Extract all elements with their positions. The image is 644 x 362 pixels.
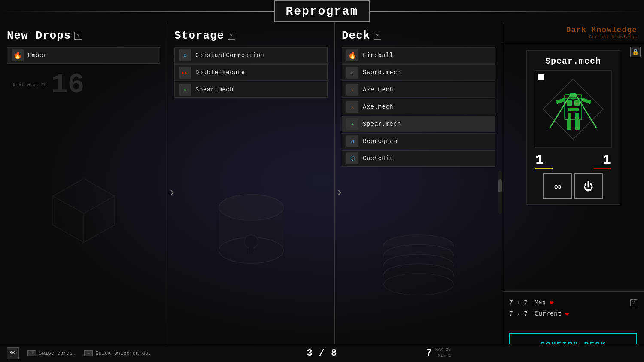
dark-knowledge-title: Dark Knowledge	[509, 26, 637, 34]
quick-swipe-label: Quick-swipe cards.	[95, 350, 151, 356]
swordmech-label: Sword.mech	[363, 69, 401, 76]
main-layout: New Drops ? 🔥 Ember Next Wave In 16	[0, 22, 644, 362]
power-button[interactable]: ⏻	[574, 173, 603, 199]
svg-rect-31	[581, 97, 591, 104]
storage-spearmech-label: Spear.mech	[195, 86, 234, 93]
card-item-ember[interactable]: 🔥 Ember	[7, 47, 160, 64]
new-drops-card-list: 🔥 Ember	[7, 47, 160, 64]
storage-to-deck-arrow[interactable]: ›	[336, 186, 343, 199]
eye-button[interactable]: 👁	[7, 347, 19, 359]
swipe-hint: ↔ Swipe cards.	[27, 350, 76, 356]
lock-button[interactable]: 🔒	[630, 47, 641, 57]
axemech1-icon: ⚔	[346, 84, 358, 96]
svg-point-8	[219, 195, 283, 220]
new-drops-panel: New Drops ? 🔥 Ember Next Wave In 16	[0, 22, 167, 362]
fireball-icon: 🔥	[346, 49, 358, 61]
current-arrow: ›	[516, 310, 520, 318]
storage-badge[interactable]: ?	[228, 32, 235, 40]
deck-card-list: 🔥 Fireball ⚔ Sword.mech ⚔ Axe.mech ⚔ Axe…	[342, 47, 495, 167]
storage-spearmech-icon: ✦	[179, 84, 191, 96]
deck-icon-area	[342, 167, 495, 355]
storage-panel: Storage ? ⚙ ConstantCorrection ▶▶ Double…	[167, 22, 335, 362]
card-item-reprogram[interactable]: ↺ Reprogram	[342, 133, 495, 149]
svg-point-36	[570, 93, 577, 100]
card-item-axemech-1[interactable]: ⚔ Axe.mech	[342, 82, 495, 98]
new-drops-title: New Drops ?	[7, 29, 160, 42]
center-counter: 3 / 8	[307, 344, 337, 362]
deck-layers-icon	[380, 222, 457, 300]
deck-spearmech-label: Spear.mech	[363, 121, 401, 128]
deck-spearmech-icon: ✦	[346, 118, 358, 130]
counter-value: 3 / 8	[307, 348, 337, 359]
swordmech-icon: ⚔	[346, 67, 358, 79]
card-item-swordmech[interactable]: ⚔ Sword.mech	[342, 64, 495, 81]
max-arrow: ›	[516, 299, 520, 307]
dark-knowledge-header: Dark Knowledge Current Knowledge	[502, 22, 644, 43]
svg-point-20	[384, 273, 453, 295]
doubleexecute-label: DoubleExecute	[195, 69, 245, 76]
detail-card-title: Spear.mech	[545, 56, 601, 66]
card-item-doubleexecute[interactable]: ▶▶ DoubleExecute	[174, 64, 328, 81]
loop-button[interactable]: ∞	[543, 173, 572, 199]
stat-left: 1	[535, 152, 553, 169]
deck-scrollbar[interactable]	[498, 171, 502, 214]
svg-rect-24	[574, 100, 580, 106]
detail-card-stats: 1 1	[532, 152, 614, 169]
spear-mech-artwork	[541, 77, 605, 141]
storage-icon-area	[174, 98, 328, 355]
stat-right-value: 1	[603, 152, 611, 168]
swipe-label: Swipe cards.	[39, 350, 76, 356]
box-icon	[45, 171, 122, 248]
stat-left-value: 1	[535, 152, 544, 168]
ember-label: Ember	[28, 52, 47, 59]
max-health-row: 7 › 7 Max ❤ ?	[509, 298, 637, 307]
card-item-axemech-2[interactable]: ⚔ Axe.mech	[342, 99, 495, 115]
max-left-val: 7	[509, 299, 513, 307]
page-title: Reprogram	[274, 0, 369, 22]
card-item-constantcorrection[interactable]: ⚙ ConstantCorrection	[174, 47, 328, 64]
storage-card-list: ⚙ ConstantCorrection ▶▶ DoubleExecute ✦ …	[174, 47, 328, 98]
card-item-storage-spearmech[interactable]: ✦ Spear.mech	[174, 82, 328, 98]
deck-title: Deck ?	[342, 29, 495, 42]
detail-card-image	[535, 70, 612, 148]
max-heart-icon: ❤	[550, 298, 554, 307]
new-drops-to-storage-arrow[interactable]: ›	[168, 186, 176, 199]
deck-min-label: MIN 1	[435, 353, 451, 359]
svg-rect-25	[568, 108, 579, 111]
quick-swipe-hint: ⇒ Quick-swipe cards.	[84, 350, 151, 356]
svg-rect-32	[567, 119, 571, 130]
card-item-spearmech-deck[interactable]: ✦ Spear.mech	[342, 116, 495, 132]
deck-minmax-labels: MAX 20 MIN 1	[435, 347, 451, 359]
title-bar: Reprogram	[0, 0, 644, 22]
card-item-cachehit[interactable]: ⬡ CacheHit	[342, 150, 495, 167]
deck-badge[interactable]: ?	[374, 32, 381, 40]
axemech1-label: Axe.mech	[363, 86, 393, 93]
svg-rect-30	[556, 97, 565, 104]
card-white-square	[538, 74, 544, 80]
new-drops-icon-area	[7, 64, 160, 355]
current-health-row: 7 › 7 Current ❤	[509, 310, 637, 318]
health-stats-section: 7 › 7 Max ❤ ? 7 › 7 Current ❤	[502, 291, 644, 328]
svg-rect-23	[567, 100, 572, 106]
storage-title: Storage ?	[174, 29, 328, 42]
detail-card: Spear.mech	[526, 50, 620, 205]
bottom-bar: 👁 ↔ Swipe cards. ⇒ Quick-swipe cards. 3 …	[0, 344, 644, 362]
stat-red-bar	[594, 168, 611, 169]
swipe-icon: ↔	[27, 350, 36, 356]
max-label: Max	[535, 299, 546, 307]
svg-rect-33	[575, 119, 580, 130]
reprogram-label: Reprogram	[363, 138, 397, 145]
deck-scrollbar-thumb	[498, 179, 502, 192]
current-heart-icon: ❤	[565, 310, 569, 318]
stat-right: 1	[594, 152, 611, 169]
card-item-fireball[interactable]: 🔥 Fireball	[342, 47, 495, 64]
current-right-val: 7	[524, 310, 528, 318]
cachehit-icon: ⬡	[346, 152, 358, 164]
dark-knowledge-sub: Current Knowledge	[509, 34, 637, 40]
constantcorrection-label: ConstantCorrection	[195, 52, 264, 59]
max-info-badge[interactable]: ?	[630, 299, 637, 306]
new-drops-badge[interactable]: ?	[74, 32, 82, 40]
deck-count-number: 7	[426, 348, 432, 359]
svg-rect-26	[568, 113, 571, 119]
doubleexecute-icon: ▶▶	[179, 67, 191, 79]
